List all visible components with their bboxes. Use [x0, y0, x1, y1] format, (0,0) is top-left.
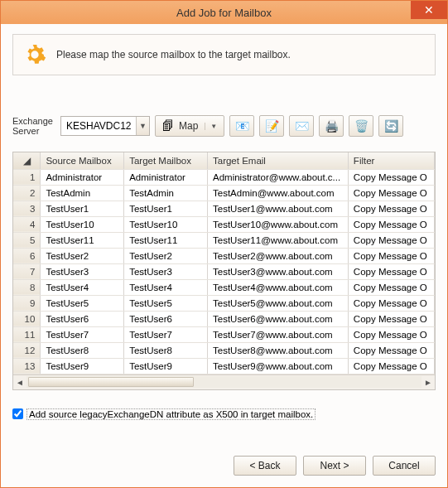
table-row[interactable]: 13TestUser9TestUser9TestUser9@www.about.…	[13, 358, 435, 374]
table-row[interactable]: 1AdministratorAdministratorAdministrator…	[13, 169, 435, 185]
table-row[interactable]: 11TestUser7TestUser7TestUser7@www.about.…	[13, 326, 435, 342]
col-source[interactable]: Source Mailbox	[41, 152, 124, 169]
col-target[interactable]: Target Mailbox	[124, 152, 208, 169]
cell-filter[interactable]: Copy Message O	[348, 311, 434, 326]
row-number: 6	[13, 248, 41, 263]
cell-target[interactable]: TestUser9	[124, 358, 208, 374]
scroll-right-icon[interactable]: ►	[422, 375, 435, 389]
map-button[interactable]: 🗐 Map ▼	[155, 115, 224, 137]
cell-filter[interactable]: Copy Message O	[348, 295, 434, 311]
cell-email[interactable]: TestUser5@www.about.com	[208, 295, 349, 311]
mailbox-table[interactable]: ◢ Source Mailbox Target Mailbox Target E…	[13, 152, 435, 374]
cell-filter[interactable]: Copy Message O	[348, 342, 434, 358]
cell-target[interactable]: TestUser8	[124, 342, 208, 358]
cell-source[interactable]: Administrator	[41, 169, 124, 185]
cell-email[interactable]: TestUser9@www.about.com	[208, 358, 349, 374]
cell-source[interactable]: TestUser2	[41, 248, 124, 263]
cell-email[interactable]: Administrator@www.about.c...	[208, 169, 349, 185]
cell-filter[interactable]: Copy Message O	[348, 169, 434, 185]
cell-target[interactable]: Administrator	[124, 169, 208, 185]
scroll-thumb[interactable]	[28, 377, 194, 387]
col-filter[interactable]: Filter	[348, 152, 434, 169]
cell-source[interactable]: TestUser9	[41, 358, 124, 374]
cell-filter[interactable]: Copy Message O	[348, 263, 434, 279]
exchange-server-input[interactable]	[61, 117, 136, 135]
table-row[interactable]: 2TestAdminTestAdminTestAdmin@www.about.c…	[13, 185, 435, 201]
cell-filter[interactable]: Copy Message O	[348, 232, 434, 248]
legacy-dn-label[interactable]: Add source legacyExchangeDN attribute as…	[26, 408, 316, 420]
row-number: 7	[13, 263, 41, 279]
table-row[interactable]: 9TestUser5TestUser5TestUser5@www.about.c…	[13, 295, 435, 311]
row-header-corner[interactable]: ◢	[13, 152, 41, 169]
cell-target[interactable]: TestUser1	[124, 201, 208, 216]
cell-target[interactable]: TestUser7	[124, 326, 208, 342]
cell-filter[interactable]: Copy Message O	[348, 326, 434, 342]
table-row[interactable]: 5TestUser11TestUser11TestUser11@www.abou…	[13, 232, 435, 248]
exchange-server-combo[interactable]: ▼	[60, 116, 150, 136]
col-email[interactable]: Target Email	[208, 152, 349, 169]
table-row[interactable]: 7TestUser3TestUser3TestUser3@www.about.c…	[13, 263, 435, 279]
cell-email[interactable]: TestUser4@www.about.com	[208, 279, 349, 295]
cancel-button[interactable]: Cancel	[373, 456, 436, 476]
mailbox-grid: ◢ Source Mailbox Target Mailbox Target E…	[12, 152, 436, 390]
table-row[interactable]: 3TestUser1TestUser1TestUser1@www.about.c…	[13, 201, 435, 216]
cell-source[interactable]: TestUser10	[41, 216, 124, 232]
close-button[interactable]: ✕	[411, 1, 447, 19]
horizontal-scrollbar[interactable]: ◄ ►	[13, 374, 435, 389]
cell-email[interactable]: TestUser8@www.about.com	[208, 342, 349, 358]
cell-source[interactable]: TestUser3	[41, 263, 124, 279]
cell-target[interactable]: TestUser3	[124, 263, 208, 279]
row-number: 11	[13, 326, 41, 342]
table-row[interactable]: 8TestUser4TestUser4TestUser4@www.about.c…	[13, 279, 435, 295]
table-row[interactable]: 10TestUser6TestUser6TestUser6@www.about.…	[13, 311, 435, 326]
cell-source[interactable]: TestAdmin	[41, 185, 124, 201]
cell-target[interactable]: TestAdmin	[124, 185, 208, 201]
cell-filter[interactable]: Copy Message O	[348, 185, 434, 201]
cell-source[interactable]: TestUser4	[41, 279, 124, 295]
mailbox-refresh-icon[interactable]: 🔄	[378, 115, 403, 137]
cell-source[interactable]: TestUser7	[41, 326, 124, 342]
mailbox-print-icon[interactable]: 🖨️	[319, 115, 344, 137]
row-number: 10	[13, 311, 41, 326]
chevron-down-icon[interactable]: ▼	[205, 123, 217, 130]
cell-filter[interactable]: Copy Message O	[348, 358, 434, 374]
back-button[interactable]: < Back	[234, 456, 296, 476]
cell-email[interactable]: TestUser7@www.about.com	[208, 326, 349, 342]
cell-source[interactable]: TestUser8	[41, 342, 124, 358]
table-row[interactable]: 12TestUser8TestUser8TestUser8@www.about.…	[13, 342, 435, 358]
cell-email[interactable]: TestUser11@www.about.com	[208, 232, 349, 248]
mailbox-edit-icon[interactable]: 📝	[259, 115, 284, 137]
cell-source[interactable]: TestUser11	[41, 232, 124, 248]
cell-target[interactable]: TestUser4	[124, 279, 208, 295]
cell-email[interactable]: TestUser2@www.about.com	[208, 248, 349, 263]
mailbox-add-icon[interactable]: 📧	[229, 115, 254, 137]
cell-email[interactable]: TestAdmin@www.about.com	[208, 185, 349, 201]
cell-filter[interactable]: Copy Message O	[348, 216, 434, 232]
cell-source[interactable]: TestUser6	[41, 311, 124, 326]
row-number: 8	[13, 279, 41, 295]
cell-email[interactable]: TestUser6@www.about.com	[208, 311, 349, 326]
row-number: 4	[13, 216, 41, 232]
cell-source[interactable]: TestUser5	[41, 295, 124, 311]
cell-email[interactable]: TestUser3@www.about.com	[208, 263, 349, 279]
cell-filter[interactable]: Copy Message O	[348, 279, 434, 295]
cell-target[interactable]: TestUser5	[124, 295, 208, 311]
cell-email[interactable]: TestUser10@www.about.com	[208, 216, 349, 232]
legacy-dn-checkbox[interactable]	[12, 408, 23, 419]
scroll-left-icon[interactable]: ◄	[13, 375, 26, 389]
table-row[interactable]: 6TestUser2TestUser2TestUser2@www.about.c…	[13, 248, 435, 263]
cell-target[interactable]: TestUser2	[124, 248, 208, 263]
cell-source[interactable]: TestUser1	[41, 201, 124, 216]
next-button[interactable]: Next >	[303, 456, 366, 476]
cell-target[interactable]: TestUser11	[124, 232, 208, 248]
mailbox-remove-icon[interactable]: 🗑️	[349, 115, 373, 137]
cell-target[interactable]: TestUser10	[124, 216, 208, 232]
scroll-track[interactable]	[26, 376, 422, 388]
chevron-down-icon[interactable]: ▼	[136, 117, 149, 135]
cell-target[interactable]: TestUser6	[124, 311, 208, 326]
table-row[interactable]: 4TestUser10TestUser10TestUser10@www.abou…	[13, 216, 435, 232]
cell-filter[interactable]: Copy Message O	[348, 201, 434, 216]
cell-filter[interactable]: Copy Message O	[348, 248, 434, 263]
mailbox-mail-icon[interactable]: ✉️	[289, 115, 314, 137]
cell-email[interactable]: TestUser1@www.about.com	[208, 201, 349, 216]
